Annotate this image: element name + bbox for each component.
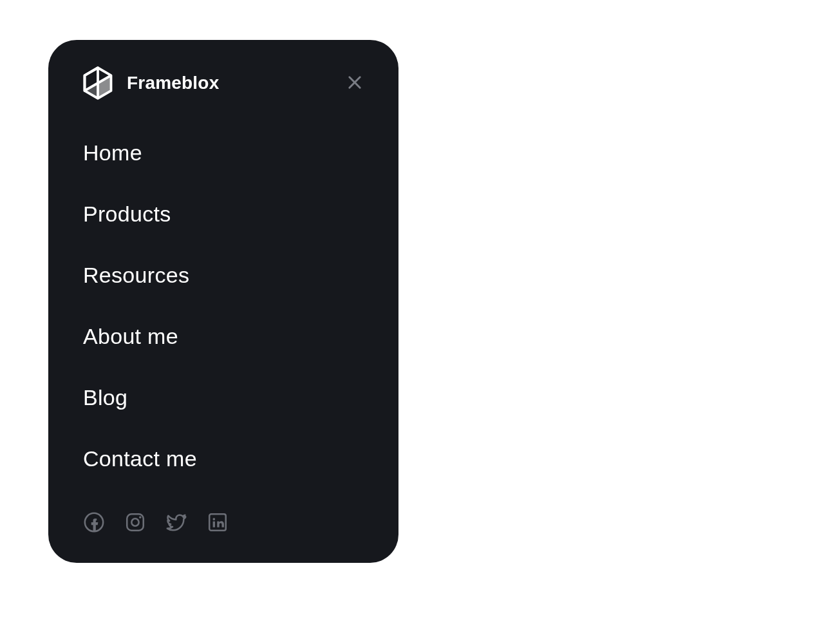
- nav-item-about[interactable]: About me: [83, 324, 366, 349]
- nav-item-contact[interactable]: Contact me: [83, 446, 366, 471]
- social-twitter[interactable]: [165, 513, 187, 535]
- menu-header: Frameblox: [80, 66, 366, 100]
- social-linkedin[interactable]: [207, 513, 229, 535]
- nav-item-products[interactable]: Products: [83, 202, 366, 227]
- linkedin-icon: [207, 511, 229, 536]
- close-button[interactable]: [343, 71, 366, 95]
- facebook-icon: [83, 511, 105, 536]
- svg-rect-8: [213, 522, 215, 527]
- close-icon: [346, 73, 364, 93]
- nav-item-label: Products: [83, 202, 171, 226]
- brand-logo-icon: [80, 66, 115, 100]
- nav-item-resources[interactable]: Resources: [83, 263, 366, 288]
- social-facebook[interactable]: [83, 513, 105, 535]
- nav-item-label: Home: [83, 140, 142, 165]
- svg-point-5: [139, 516, 141, 518]
- mobile-menu-panel: Frameblox Home Products Resources About …: [48, 40, 398, 563]
- social-instagram[interactable]: [124, 513, 146, 535]
- nav-item-label: Blog: [83, 385, 127, 410]
- twitter-icon: [165, 511, 187, 536]
- svg-point-4: [131, 518, 138, 526]
- nav-item-label: Resources: [83, 263, 189, 287]
- svg-point-7: [212, 518, 215, 520]
- nav-item-blog[interactable]: Blog: [83, 385, 366, 410]
- nav-item-home[interactable]: Home: [83, 140, 366, 166]
- instagram-icon: [124, 511, 146, 536]
- brand[interactable]: Frameblox: [80, 66, 219, 100]
- nav-list: Home Products Resources About me Blog Co…: [80, 140, 366, 471]
- social-links: [80, 513, 366, 535]
- nav-item-label: Contact me: [83, 446, 197, 471]
- nav-item-label: About me: [83, 324, 178, 348]
- brand-name: Frameblox: [127, 73, 219, 93]
